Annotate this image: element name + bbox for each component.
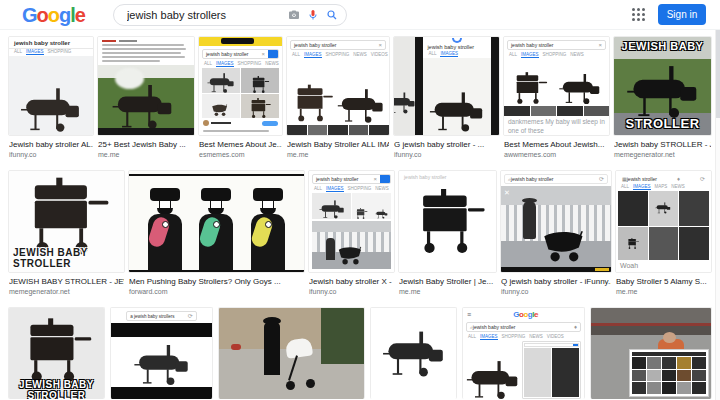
grill-silhouette-icon [411, 189, 489, 253]
result-thumbnail[interactable] [97, 36, 195, 136]
result-thumbnail[interactable]: jewish baby stroller× ALLIMAGESSHOPPINGN… [286, 36, 390, 136]
camera-icon[interactable] [288, 9, 300, 21]
grill-silhouette-icon [248, 76, 272, 93]
grill-silhouette-icon [382, 330, 446, 378]
grill-silhouette-icon [466, 361, 520, 399]
result-thumbnail[interactable]: ≡ Google ⌕jewish baby stroller♦ ALLIMAGE… [462, 307, 585, 399]
result-domain: ifunny.co [309, 288, 394, 295]
result-thumbnail[interactable] [128, 170, 305, 273]
result-thumbnail[interactable] [218, 307, 365, 399]
result-tile: jewish baby stroller× ALLIMAGESSHOPPINGN… [198, 36, 283, 162]
grill-silhouette-icon [110, 85, 176, 129]
mini-mic-icon: ♦ [574, 324, 577, 330]
mini-search-query: a jewish baby strollers [130, 314, 174, 319]
result-title[interactable]: JEWISH BABY STROLLER - JEWISH ... [9, 277, 124, 286]
result-tile: a jewish baby strollers⟳ [110, 307, 213, 399]
grill-silhouette-icon [207, 73, 235, 93]
results-row-2: JEWISH BABY STROLLER JEWISH BABY STROLLE… [8, 170, 712, 299]
result-tile: ≡ Google ⌕jewish baby stroller♦ ALLIMAGE… [462, 307, 585, 399]
mini-search-button [268, 49, 279, 59]
search-icon[interactable] [326, 9, 338, 21]
shrub-shape [321, 308, 365, 364]
result-thumbnail[interactable]: jewish baby stroller [398, 170, 497, 273]
mini-search-query: jewish baby stroller [316, 176, 359, 182]
result-thumbnail[interactable]: jewish baby stroller ALLIMAGESSHOPPING [8, 36, 94, 136]
result-domain: me.me [399, 288, 496, 295]
result-title[interactable]: Jewish Baby Stroller ALL IMAGE... [287, 140, 389, 149]
result-domain: ifunny.co [9, 151, 93, 158]
tweet-author-row [199, 118, 282, 128]
search-input[interactable]: jewish baby strollers [113, 4, 347, 26]
result-title[interactable]: 25+ Best Jewish Baby ... [98, 140, 194, 149]
vertical-scrollbar[interactable] [715, 30, 720, 400]
pram-silhouette-icon [337, 246, 367, 266]
result-thumbnail[interactable]: JEWISH BABY STROLLER [8, 170, 125, 273]
mini-search-query: jewish baby stroller [511, 176, 554, 182]
result-thumbnail[interactable]: jewish baby stroller ALLIMAGES [393, 36, 500, 136]
result-tile [590, 307, 712, 399]
result-tile: JEWISH BABY STROLLER JEWISH BABY STROLLE… [8, 170, 125, 299]
mini-search-query: jewish baby stroller [473, 324, 516, 330]
result-thumbnail[interactable]: jewish baby stroller× ALLIMAGESSHOPPINGN… [308, 170, 395, 273]
awning-stripe [591, 323, 711, 326]
grill-silhouette-icon [558, 74, 602, 104]
thumbnail-collage [616, 191, 711, 260]
result-thumbnail[interactable]: jewish baby stroller× ALLIMAGESSHOPPINGN… [503, 36, 610, 136]
results-row-1: jewish baby stroller ALLIMAGESSHOPPING J… [8, 36, 712, 162]
meme-text-bottom: JEWISH BABY STROLLER [9, 247, 124, 269]
result-domain: ifunny.co [394, 151, 499, 158]
result-thumbnail[interactable]: ⌕jewish baby stroller⟳ ✕ [500, 170, 612, 273]
banner-strip [199, 37, 282, 46]
grill-silhouette-icon [337, 89, 385, 123]
vintage-photo-placeholder [312, 221, 391, 269]
mini-mic-icon: ♦ [677, 176, 680, 182]
grill-silhouette-icon [246, 98, 274, 118]
result-domain: memegenerator.net [614, 151, 711, 158]
result-thumbnail[interactable]: jewish baby stroller× ALLIMAGESSHOPPINGN… [198, 36, 283, 136]
grill-silhouette-icon [133, 345, 191, 385]
result-tile: jewish baby stroller ALLIMAGES G jewish … [393, 36, 500, 162]
street-photo-placeholder [219, 308, 364, 399]
result-title[interactable]: Jewish Baby Stroller | Je... [399, 277, 496, 286]
result-title[interactable]: Jewish baby STROLLER - Je... [614, 140, 711, 149]
result-title[interactable]: Best Memes About Jewish... [504, 140, 609, 149]
result-thumbnail[interactable] [370, 307, 457, 399]
mini-search-query: jewish baby stroller [423, 43, 490, 51]
apps-grid-icon[interactable] [632, 8, 645, 21]
result-title[interactable]: Jewish baby stroller X - ... [309, 277, 394, 286]
result-thumbnail[interactable]: JEWISH BABY STROLLER [613, 36, 712, 136]
street-photo-placeholder [591, 308, 711, 399]
result-tile: jewish baby stroller× ALLIMAGESSHOPPINGN… [308, 170, 395, 299]
result-title[interactable]: G jewish baby stroller - ... [394, 140, 499, 149]
image-results-grid: jewish baby stroller ALLIMAGESSHOPPING J… [0, 30, 720, 399]
result-thumbnail[interactable]: a jewish baby strollers⟳ [110, 307, 213, 399]
result-title[interactable]: Q jewish baby stroller - iFunny... [501, 277, 611, 286]
scrollbar-thumb[interactable] [716, 30, 720, 118]
result-thumbnail[interactable]: ▦jewish stroller♦⟳ ALLIMAGESMAPSNEWS Woa… [615, 170, 712, 273]
result-tile: ▦jewish stroller♦⟳ ALLIMAGESMAPSNEWS Woa… [615, 170, 712, 299]
meme-caption-text: dankmemes My baby will sleep in one of t… [504, 116, 609, 135]
nested-screenshot [522, 341, 581, 399]
thumbnail-strip [504, 106, 609, 116]
result-title[interactable]: Baby Stroller 5 Alamy S... [616, 277, 711, 286]
mini-close-icon: × [373, 176, 377, 182]
grill-silhouette-icon [319, 200, 345, 219]
result-thumbnail[interactable]: JEWISH BABY STROLLER [8, 307, 105, 399]
google-logo[interactable]: Google [22, 5, 85, 25]
mini-refresh-icon: ⟳ [599, 176, 604, 182]
result-domain: ifunny.co [501, 288, 611, 295]
result-title[interactable]: Best Memes About Je... [199, 140, 282, 149]
result-domain: me.me [98, 151, 194, 158]
grill-silhouette-icon [21, 177, 113, 255]
result-title[interactable]: Men Pushing Baby Strollers? Only Goys ..… [129, 277, 304, 286]
result-domain: forward.com [129, 288, 304, 295]
sign-in-button[interactable]: Sign in [658, 4, 706, 25]
result-title[interactable]: Jewish baby stroller AL... [9, 140, 93, 149]
mic-icon[interactable] [307, 9, 319, 21]
flowers-shape [231, 344, 241, 350]
hat-shape [522, 198, 537, 203]
result-thumbnail[interactable] [590, 307, 712, 399]
mini-search-query: jewish baby stroller [294, 42, 337, 48]
search-query-text[interactable]: jewish baby strollers [127, 9, 281, 21]
grill-silhouette-icon [626, 238, 640, 249]
